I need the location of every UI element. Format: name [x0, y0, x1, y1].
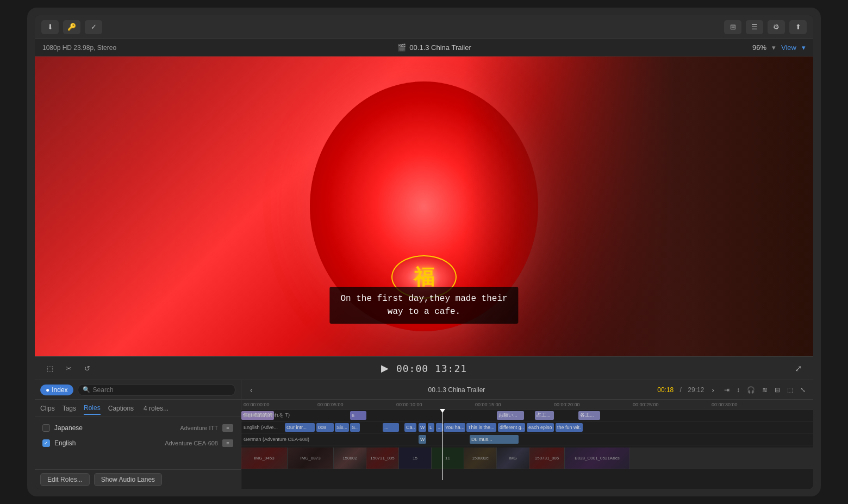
role-item-english: ✓ English Adventure CEA-608 ≡ [35, 436, 241, 451]
tab-tags[interactable]: Tags [63, 402, 76, 414]
tab-captions[interactable]: Captions [108, 402, 134, 414]
video-strip: IMG_0453 IMG_0873 150802 150731_005 [241, 448, 813, 469]
show-audio-lanes-button[interactable]: Show Audio Lanes [94, 473, 162, 486]
german-track-label: German (Adventure CEA-608) [244, 437, 309, 442]
tool-btn[interactable]: ✂ [61, 362, 76, 375]
en-clip-8[interactable]: L [428, 423, 434, 432]
tab-clips[interactable]: Clips [40, 402, 55, 414]
zoom-out-audio-button[interactable]: ↕ [734, 385, 742, 395]
timeline-title: 00.1.3 China Trailer [260, 386, 653, 394]
ruler-mark-10: 00:00:10:00 [396, 402, 422, 407]
laptop-frame: ⬇ 🔑 ✓ ⊞ ☰ ⚙ ⬆ 1080p HD 23.98p, Stereo 🎬 … [27, 8, 821, 496]
japanese-track: Japanese ( それを T) 你好吃的的的的的 6 お願い... [241, 410, 813, 421]
english-label: English [54, 439, 160, 447]
ruler-mark-30: 00:00:30:00 [712, 402, 738, 407]
top-toolbar: ⬇ 🔑 ✓ ⊞ ☰ ⚙ ⬆ [35, 15, 813, 39]
en-clip-4[interactable]: S... [350, 423, 360, 432]
sliders-button[interactable]: ⚙ [768, 20, 785, 34]
japanese-role-icon[interactable]: ≡ [222, 424, 233, 432]
index-bottom-buttons: Edit Roles... Show Audio Lanes [35, 469, 241, 489]
japanese-label: Japanese [54, 424, 176, 432]
timeline-forward-button[interactable]: › [708, 385, 718, 395]
export-button[interactable]: ⬆ [789, 20, 807, 34]
search-icon: 🔍 [83, 386, 90, 393]
en-clip-7[interactable]: W [419, 423, 426, 432]
english-checkbox[interactable]: ✓ [42, 439, 50, 447]
transform-btn[interactable]: ↺ [79, 362, 95, 375]
tabs-row: Clips Tags Roles Captions 4 roles... [35, 400, 241, 417]
expand-button[interactable]: ⤢ [790, 362, 806, 375]
screen: ⬇ 🔑 ✓ ⊞ ☰ ⚙ ⬆ 1080p HD 23.98p, Stereo 🎬 … [35, 15, 813, 489]
en-clip-you[interactable]: You ha... [444, 423, 465, 432]
zoom-level: 96% [752, 43, 766, 52]
edit-roles-button[interactable]: Edit Roles... [40, 473, 90, 486]
timeline-total-time: 29:12 [688, 386, 704, 394]
video-title-right: 96% ▾ View ▾ [752, 43, 806, 52]
en-clip-13[interactable]: each episo... [527, 423, 554, 432]
jp-clip-2[interactable]: 6 [350, 411, 366, 420]
list-button[interactable]: ☰ [746, 20, 763, 34]
view-chevron-icon[interactable]: ▾ [802, 43, 806, 52]
tab-roles[interactable]: Roles [84, 402, 101, 415]
zoom-in-audio-button[interactable]: ⇥ [722, 385, 732, 395]
check-button[interactable]: ✓ [85, 20, 102, 34]
timeline-current-time: 00:18 [657, 386, 674, 394]
en-clip-6[interactable]: Ca... [404, 423, 416, 432]
playhead-head [440, 409, 445, 413]
download-button[interactable]: ⬇ [41, 20, 59, 34]
tracks-container: Japanese ( それを T) 你好吃的的的的的 6 お願い... [241, 410, 813, 480]
thumb-b028: B028_C001_0521A6cs [565, 448, 630, 469]
key-button[interactable]: 🔑 [63, 20, 80, 34]
roles-count: 4 roles... [144, 405, 169, 412]
index-panel: ● Index 🔍 Clips Tags Roles Captions 4 ro… [35, 380, 241, 489]
en-clip-3[interactable]: Six... [335, 423, 349, 432]
grid-button[interactable]: ⊞ [724, 20, 741, 34]
waveform-button[interactable]: ≋ [760, 385, 770, 395]
toolbar-right: ⊞ ☰ ⚙ ⬆ [724, 20, 807, 34]
de-clip-2[interactable]: Du mus... [470, 435, 519, 444]
de-clip-1[interactable]: W [419, 435, 426, 444]
search-input[interactable] [93, 386, 230, 394]
index-header: ● Index 🔍 [35, 380, 241, 400]
jp-clip-3[interactable]: お願い... [497, 411, 524, 420]
ruler-mark-5: 00:00:05:00 [317, 402, 344, 407]
thumb-150731: 150731_005 [366, 448, 399, 469]
thumb-11: 11 [432, 448, 464, 469]
en-clip-2[interactable]: 008 [316, 423, 334, 432]
chevron-down-icon[interactable]: ▾ [772, 43, 776, 52]
search-box[interactable]: 🔍 [78, 384, 235, 396]
time-separator: / [678, 386, 683, 394]
jp-clip-5[interactable]: 各工... [578, 411, 600, 420]
fullscreen-button[interactable]: ⤡ [798, 385, 808, 395]
en-clip-12[interactable]: different g... [498, 423, 525, 432]
playback-center: ▶ 00:00 13:21 [381, 362, 467, 374]
headphone-button[interactable]: 🎧 [745, 385, 757, 395]
video-frame-btn[interactable]: ⬚ [42, 362, 58, 375]
english-type: Adventure CEA-608 [165, 440, 218, 446]
thumb-img-0453: IMG_0453 [241, 448, 288, 469]
timecode-ruler: 00:00:00:00 00:00:05:00 00:00:10:00 00:0… [241, 400, 813, 410]
timecode-display: 00:00 13:21 [396, 363, 467, 374]
jp-clip-4[interactable]: 占工... [535, 411, 554, 420]
split-button[interactable]: ⊟ [772, 385, 782, 395]
play-button[interactable]: ▶ [381, 362, 389, 374]
role-icon-symbol: ≡ [226, 425, 229, 431]
frame-button[interactable]: ⬚ [785, 385, 795, 395]
en-clip-1[interactable]: Our intr... [285, 423, 315, 432]
toolbar-left: ⬇ 🔑 ✓ [41, 20, 102, 34]
check-mark: ✓ [44, 440, 48, 446]
japanese-checkbox[interactable] [42, 424, 50, 432]
en-clip-14[interactable]: the fun wit... [556, 423, 583, 432]
en-clip-9[interactable]: ... [436, 423, 442, 432]
en-clip-11[interactable]: This is the... [466, 423, 496, 432]
english-role-icon[interactable]: ≡ [222, 439, 233, 447]
timeline-back-button[interactable]: ‹ [247, 385, 256, 395]
ruler-mark-15: 00:00:15:00 [475, 402, 501, 407]
en-clip-5[interactable]: ... [383, 423, 399, 432]
english-track: English (Adve... Our intr... 008 Six... [241, 421, 813, 433]
view-button[interactable]: View [781, 43, 796, 52]
index-button[interactable]: ● Index [40, 385, 73, 395]
playback-bar: ⬚ ✂ ↺ ▶ 00:00 13:21 ⤢ [35, 356, 813, 380]
timeline-header: ‹ 00.1.3 China Trailer 00:18 / 29:12 › ⇥… [241, 380, 813, 400]
video-meta: 1080p HD 23.98p, Stereo [42, 44, 116, 52]
